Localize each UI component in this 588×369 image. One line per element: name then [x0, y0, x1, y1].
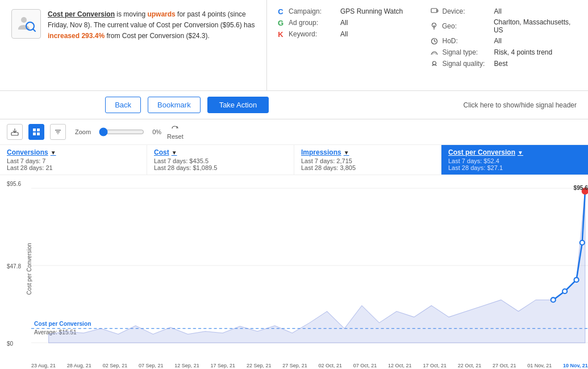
metric-header-cost-per-conversion[interactable]: Cost per Conversion ▼ Last 7 days: $52.4…: [441, 145, 588, 175]
svg-text:Cost per Conversion: Cost per Conversion: [34, 321, 91, 327]
keyword-label: Keyword:: [289, 30, 337, 38]
grid-view-icon[interactable]: [28, 124, 44, 140]
alert-text: Cost per Conversion is moving upwards fo…: [48, 9, 255, 42]
date-axis: 23 Aug, 21 28 Aug, 21 02 Sep, 21 07 Sep,…: [0, 363, 588, 368]
keyword-row: K Keyword: All: [276, 30, 426, 39]
hod-value: All: [494, 37, 502, 45]
campaign-label: Campaign:: [289, 7, 337, 15]
info-col-left: C Campaign: GPS Running Watch G Ad group…: [276, 7, 426, 84]
svg-point-9: [433, 61, 436, 65]
adgroup-icon: G: [276, 18, 285, 27]
svg-rect-12: [33, 128, 36, 131]
filter-icon[interactable]: [50, 124, 66, 140]
back-button[interactable]: Back: [105, 97, 141, 113]
alert-icon: [11, 9, 41, 39]
geo-label: Geo:: [442, 22, 490, 30]
adgroup-label: Ad group:: [289, 19, 337, 27]
geo-row: Geo: Charlton, Massachusetts, US: [430, 18, 579, 34]
svg-rect-3: [431, 9, 437, 13]
increased-label: increased: [48, 32, 81, 40]
svg-text:$95.6: $95.6: [573, 185, 588, 191]
export-icon[interactable]: [7, 124, 23, 140]
signal-type-value: Risk, 4 points trend: [494, 48, 553, 56]
svg-point-28: [580, 241, 585, 245]
signal-quality-row: Signal quality: Best: [430, 59, 579, 68]
chart-area: Cost per Conversion $95.6 $47.8 $0 Cost …: [0, 175, 588, 363]
svg-rect-14: [33, 132, 36, 135]
y-min: $0: [7, 341, 13, 347]
svg-rect-15: [37, 132, 40, 135]
signal-quality-label: Signal quality:: [443, 60, 491, 68]
adgroup-value: All: [340, 19, 348, 27]
signal-type-icon: [430, 48, 439, 57]
zoom-slider[interactable]: [99, 127, 144, 136]
chart-svg: Cost per Conversion Average: $15.51 $95.…: [31, 180, 588, 351]
device-icon: [430, 7, 439, 16]
take-action-button[interactable]: Take Action: [207, 97, 269, 113]
metric-header-conversions[interactable]: Conversions ▼ Last 7 days: 7 Last 28 day…: [0, 145, 147, 175]
hod-icon: [430, 36, 439, 45]
svg-line-8: [435, 41, 436, 42]
info-panel: C Campaign: GPS Running Watch G Ad group…: [267, 0, 588, 90]
chart-toolbar: Zoom 0% Reset: [0, 119, 588, 145]
y-mid: $47.8: [7, 263, 21, 270]
signal-quality-icon: [430, 59, 439, 68]
svg-point-0: [21, 17, 27, 23]
adgroup-row: G Ad group: All: [276, 18, 426, 27]
signal-quality-value: Best: [494, 60, 508, 68]
device-label: Device:: [443, 7, 491, 15]
direction-text: upwards: [147, 10, 175, 18]
info-col-right: Device: All Geo: Charlton, Massachusetts…: [430, 7, 579, 84]
reset-button[interactable]: Reset: [167, 125, 184, 140]
metric-link[interactable]: Cost per Conversion: [48, 10, 115, 18]
keyword-icon: K: [276, 30, 285, 39]
svg-point-25: [551, 297, 556, 302]
action-bar: Back Bookmark Take Action Click here to …: [0, 91, 588, 119]
campaign-icon: C: [276, 7, 285, 16]
svg-rect-4: [437, 10, 438, 12]
device-value: All: [494, 7, 502, 15]
geo-value: Charlton, Massachusetts, US: [494, 18, 579, 34]
svg-line-2: [33, 29, 35, 31]
hod-row: HoD: All: [430, 36, 579, 45]
zoom-pct: 0%: [152, 128, 161, 135]
svg-point-26: [562, 289, 567, 293]
bookmark-button[interactable]: Bookmark: [148, 97, 201, 113]
signal-type-label: Signal type:: [443, 48, 491, 56]
y-max: $95.6: [7, 181, 21, 187]
metric-header-cost[interactable]: Cost ▼ Last 7 days: $435.5 Last 28 days:…: [147, 145, 294, 175]
svg-rect-13: [37, 128, 40, 131]
keyword-value: All: [340, 30, 348, 38]
device-row: Device: All: [430, 7, 579, 16]
metric-headers: Conversions ▼ Last 7 days: 7 Last 28 day…: [0, 145, 588, 175]
signal-type-row: Signal type: Risk, 4 points trend: [430, 48, 579, 57]
metric-header-impressions[interactable]: Impressions ▼ Last 7 days: 2,715 Last 28…: [294, 145, 441, 175]
campaign-row: C Campaign: GPS Running Watch: [276, 7, 426, 16]
increase-pct: 293.4%: [81, 32, 105, 40]
geo-icon: [430, 22, 439, 31]
alert-panel: Cost per Conversion is moving upwards fo…: [0, 0, 267, 90]
svg-point-27: [574, 277, 579, 282]
y-axis-label: Cost per Conversion: [26, 243, 32, 295]
zoom-label: Zoom: [75, 128, 91, 135]
signal-header-hint[interactable]: Click here to show/hide signal header: [464, 101, 577, 109]
campaign-value: GPS Running Watch: [340, 7, 403, 15]
hod-label: HoD:: [443, 37, 491, 45]
